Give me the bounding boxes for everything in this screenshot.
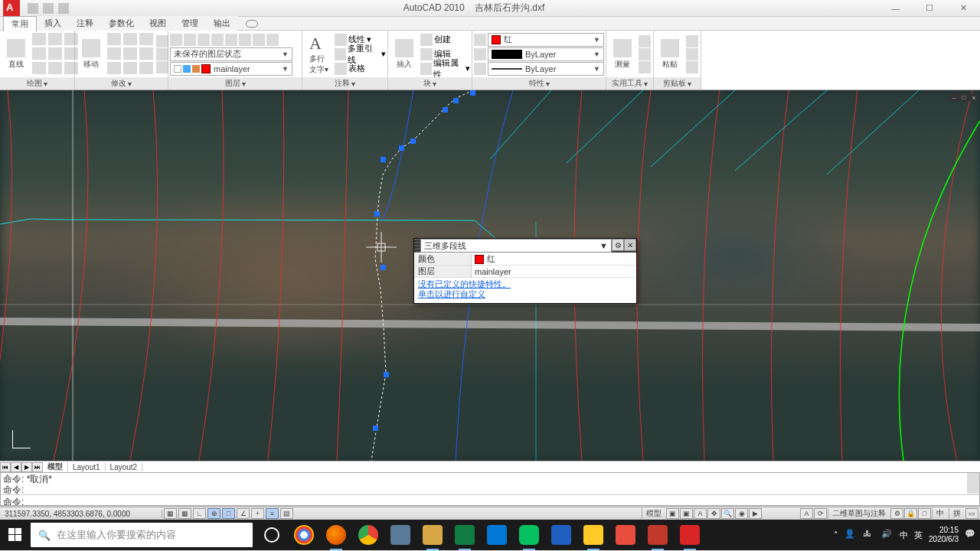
linetype-combo[interactable]: ByLayer▼ — [488, 47, 604, 61]
wechat-icon[interactable] — [513, 520, 545, 550]
mtext-button[interactable]: A多行文字▾ — [304, 33, 333, 75]
lock-ui-icon[interactable]: 🔒 — [904, 508, 917, 519]
offset-icon[interactable] — [139, 62, 153, 74]
cleanscreen-icon[interactable]: ▭ — [965, 508, 978, 519]
ortho-toggle[interactable]: ∟ — [193, 508, 206, 519]
tab-output[interactable]: 输出 — [206, 16, 238, 31]
arc-icon[interactable] — [64, 33, 78, 45]
layer-c-icon[interactable] — [211, 34, 224, 46]
tab-contextual-icon[interactable] — [246, 20, 258, 28]
layer-a-icon[interactable] — [184, 34, 196, 46]
explorer-icon[interactable] — [577, 520, 609, 550]
rotate-icon[interactable] — [123, 33, 137, 45]
app4-icon[interactable] — [642, 520, 674, 550]
panel-layer-title[interactable]: 图层 ▾ — [168, 77, 302, 90]
taskbar-search[interactable]: 🔍 在这里输入你要搜索的内容 — [31, 523, 253, 547]
otrack-toggle[interactable]: ∠ — [237, 508, 250, 519]
layout-first-icon[interactable]: ⏮ — [0, 462, 11, 472]
excel-icon[interactable] — [449, 520, 481, 550]
command-line[interactable]: 命令: *取消* 命令: 命令: — [0, 472, 980, 506]
drawing-viewport[interactable]: – □ x 三维多段线▼ ⚙ ✕ 颜色 红 图层 mainlayer — [0, 90, 980, 461]
tab-layout2[interactable]: Layout2 — [106, 463, 143, 471]
pline-icon[interactable] — [32, 33, 46, 45]
app2-icon[interactable] — [416, 520, 449, 550]
quickview-d-icon[interactable]: ▣ — [680, 508, 693, 519]
tray-clock[interactable]: 20:15 2020/6/3 — [929, 526, 959, 544]
cmd-vscroll[interactable] — [967, 473, 979, 494]
qat-new-icon[interactable] — [28, 3, 38, 14]
snap-toggle[interactable]: ▦ — [164, 508, 177, 519]
quick-properties-panel[interactable]: 三维多段线▼ ⚙ ✕ 颜色 红 图层 mainlayer 没有已定义的快捷特性。… — [413, 238, 637, 304]
vp-max-icon[interactable]: □ — [959, 93, 969, 101]
qp-options-icon[interactable]: ⚙ — [612, 239, 624, 251]
ime-mode[interactable]: 中 — [932, 508, 948, 519]
hw-icon[interactable]: □ — [918, 508, 931, 519]
panel-clip-title[interactable]: 剪贴板 ▾ — [654, 77, 701, 90]
ime-en[interactable]: 英 — [914, 530, 923, 541]
coords-readout[interactable]: 311597.3350, 4853303.6876, 0.0000 — [2, 510, 162, 518]
explode-icon[interactable] — [156, 35, 168, 47]
layer-f-icon[interactable] — [253, 34, 265, 46]
move-button[interactable]: 移动 — [77, 33, 106, 75]
util-b-icon[interactable] — [639, 48, 651, 60]
grid-toggle[interactable]: ▦ — [178, 508, 191, 519]
rect-icon[interactable] — [32, 47, 46, 60]
panel-draw-title[interactable]: 绘图 ▾ — [0, 77, 74, 90]
vp-min-icon[interactable]: – — [949, 93, 959, 101]
autocad-task-icon[interactable] — [674, 520, 706, 550]
color-combo[interactable]: 红▼ — [488, 33, 604, 47]
layer-e-icon[interactable] — [239, 34, 251, 46]
tab-manage[interactable]: 管理 — [174, 16, 206, 31]
tab-insert[interactable]: 插入 — [37, 16, 69, 31]
store-icon[interactable] — [609, 520, 642, 550]
poly-icon[interactable] — [48, 62, 62, 74]
layer-state-combo[interactable]: 未保存的图层状态▼ — [170, 47, 292, 61]
create-block-button[interactable]: 创建 — [420, 33, 470, 47]
stretch-icon[interactable] — [107, 62, 121, 74]
ime-zh[interactable]: 中 — [900, 530, 908, 541]
app1-icon[interactable] — [384, 520, 416, 550]
ws-gear-icon[interactable]: ⚙ — [890, 508, 903, 519]
app-icon[interactable] — [3, 0, 20, 17]
workspace-button[interactable]: 二维草图与注释 — [828, 508, 890, 519]
qat-open-icon[interactable] — [43, 3, 54, 14]
scale-icon[interactable] — [123, 47, 137, 60]
attr-edit-button[interactable]: 编辑属性 ▾ — [420, 62, 470, 76]
tab-home[interactable]: 常用 — [3, 16, 37, 31]
match-icon[interactable] — [686, 61, 698, 73]
layout-prev-icon[interactable]: ◀ — [11, 462, 21, 472]
osnap-toggle[interactable]: □ — [222, 508, 235, 519]
layout-next-icon[interactable]: ▶ — [21, 462, 32, 472]
close-button[interactable]: ✕ — [946, 0, 980, 17]
maximize-button[interactable]: ☐ — [913, 0, 946, 17]
table-button[interactable]: 表格 — [335, 62, 386, 76]
panel-modify-title[interactable]: 修改 ▾ — [75, 77, 168, 90]
qp-grip[interactable] — [414, 239, 420, 253]
layer-d-icon[interactable] — [225, 34, 237, 46]
qp-link-customize[interactable]: 单击以进行自定义 — [418, 289, 632, 299]
qat-save-icon[interactable] — [58, 3, 69, 14]
circle-icon[interactable] — [48, 33, 62, 45]
fillet-icon[interactable] — [139, 47, 153, 60]
annoscale-icon[interactable]: A — [694, 508, 707, 519]
dyn-toggle[interactable]: + — [251, 508, 264, 519]
point-icon[interactable] — [64, 62, 78, 74]
spline-icon[interactable] — [32, 62, 46, 74]
trim-icon[interactable] — [139, 33, 153, 45]
array-icon[interactable] — [123, 62, 137, 74]
zoom-icon[interactable]: 🔍 — [721, 508, 734, 519]
network-icon[interactable]: 🖧 — [863, 529, 875, 541]
photos-icon[interactable] — [481, 520, 513, 550]
panel-util-title[interactable]: 实用工具 ▾ — [606, 77, 653, 90]
tab-annotate[interactable]: 注释 — [69, 16, 101, 31]
tab-view[interactable]: 视图 — [142, 16, 174, 31]
notifications-icon[interactable]: 💬 — [965, 529, 977, 541]
start-button[interactable] — [0, 520, 31, 550]
command-input[interactable]: 命令: — [1, 494, 979, 506]
measure-button[interactable]: 测量 — [608, 33, 637, 75]
chrome-icon[interactable] — [288, 520, 320, 550]
erase-icon[interactable] — [156, 48, 168, 60]
tray-up-icon[interactable]: ˄ — [834, 530, 838, 540]
qp-color-value[interactable]: 红 — [472, 253, 635, 266]
vp-close-icon[interactable]: x — [969, 93, 978, 101]
